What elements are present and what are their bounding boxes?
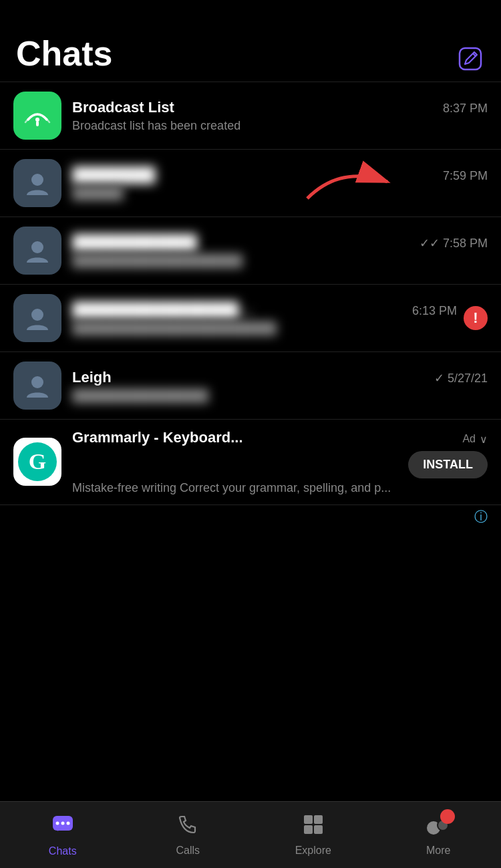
- svg-rect-18: [314, 815, 323, 824]
- red-arrow: [301, 158, 394, 208]
- chat-content-2: ████████████ ✓✓ 7:58 PM ████████████████…: [72, 234, 488, 268]
- chat-name-2: ████████████: [72, 234, 206, 251]
- svg-rect-19: [304, 825, 313, 834]
- nav-label-chats: Chats: [49, 845, 77, 857]
- chat-name-broadcast: Broadcast List: [72, 99, 174, 116]
- svg-rect-17: [304, 815, 313, 824]
- spacer: [0, 529, 501, 569]
- grammarly-logo: G: [18, 442, 57, 481]
- nav-label-more: More: [426, 845, 450, 857]
- ad-info-row: ⓘ: [0, 505, 501, 529]
- header: Chats: [0, 0, 501, 82]
- more-icon: [427, 813, 450, 841]
- chat-row-3[interactable]: ████████████████████ 6:13 PM ███████████…: [0, 285, 501, 352]
- chat-time-swipe: 7:59 PM: [443, 169, 488, 183]
- chat-name-leigh: Leigh: [72, 369, 112, 386]
- avatar-3: [13, 294, 61, 342]
- chat-preview-2: ████████████████████: [72, 254, 273, 268]
- explore-icon: [302, 813, 325, 841]
- chats-icon: [51, 813, 75, 841]
- chat-time-2: ✓✓ 7:58 PM: [420, 236, 488, 251]
- chat-row-leigh[interactable]: Leigh ✓ 5/27/21 ████████████████: [0, 352, 501, 420]
- svg-rect-2: [36, 121, 39, 126]
- avatar-2: [13, 227, 61, 275]
- chat-content-swipe: ████████ 7:59 PM ██████: [72, 166, 488, 200]
- svg-point-11: [31, 309, 43, 321]
- calls-icon: [176, 813, 199, 841]
- page-title: Chats: [16, 33, 112, 74]
- avatar-grammarly: G: [13, 438, 61, 486]
- chat-content-3: ████████████████████ 6:13 PM ███████████…: [72, 301, 457, 335]
- svg-point-8: [31, 174, 43, 186]
- chat-time-broadcast: 8:37 PM: [443, 102, 488, 116]
- swipe-row-content: ████████ 7:59 PM ██████: [0, 150, 501, 216]
- error-badge-3: !: [464, 306, 488, 330]
- nav-item-calls[interactable]: Calls: [126, 813, 251, 857]
- chat-name-3: ████████████████████: [72, 301, 259, 319]
- chat-row-2[interactable]: ████████████ ✓✓ 7:58 PM ████████████████…: [0, 217, 501, 285]
- svg-point-16: [66, 822, 69, 825]
- ad-row-grammarly[interactable]: G Grammarly - Keyboard... Ad ∨ INSTALL M…: [0, 420, 501, 505]
- ad-content-grammarly: Grammarly - Keyboard... Ad ∨ INSTALL Mis…: [72, 429, 488, 495]
- chat-preview-leigh: ████████████████: [72, 389, 232, 403]
- ad-preview-grammarly: Mistake-free writing Correct your gramma…: [72, 481, 488, 495]
- svg-point-14: [55, 822, 59, 825]
- bottom-nav: Chats Calls Explore: [0, 801, 501, 868]
- chat-content-leigh: Leigh ✓ 5/27/21 ████████████████: [72, 369, 488, 403]
- compose-button[interactable]: [456, 44, 485, 74]
- chat-time-3: 6:13 PM: [412, 304, 457, 318]
- avatar-swipe: [13, 159, 61, 207]
- nav-item-chats[interactable]: Chats: [0, 813, 126, 857]
- chat-preview-3: ████████████████████████: [72, 321, 299, 335]
- svg-point-15: [61, 822, 64, 825]
- more-notification-badge: [440, 809, 455, 824]
- chat-content-broadcast: Broadcast List 8:37 PM Broadcast list ha…: [72, 99, 488, 133]
- nav-item-more[interactable]: More: [376, 813, 502, 857]
- install-button[interactable]: INSTALL: [408, 451, 488, 478]
- chat-time-leigh: ✓ 5/27/21: [434, 371, 488, 386]
- chat-preview-swipe: ██████: [72, 186, 206, 200]
- chat-preview-broadcast: Broadcast list has been created: [72, 119, 488, 133]
- svg-rect-20: [314, 825, 323, 834]
- nav-label-calls: Calls: [176, 845, 200, 857]
- ad-text: Ad: [462, 433, 476, 445]
- nav-item-explore[interactable]: Explore: [251, 813, 376, 857]
- ad-badge: Ad ∨: [462, 433, 488, 446]
- chat-name-swipe: ████████: [72, 166, 192, 184]
- svg-rect-0: [460, 48, 481, 69]
- avatar-broadcast: [13, 92, 61, 140]
- chat-row-broadcast[interactable]: Broadcast List 8:37 PM Broadcast list ha…: [0, 82, 501, 150]
- svg-point-10: [31, 241, 43, 253]
- chat-row-swipe[interactable]: Pin Mute Delete ████████: [0, 150, 501, 217]
- ad-right: Ad ∨ INSTALL: [408, 433, 488, 478]
- nav-label-explore: Explore: [295, 845, 331, 857]
- info-icon: ⓘ: [474, 508, 488, 526]
- svg-point-12: [31, 376, 43, 388]
- avatar-leigh: [13, 361, 61, 410]
- ad-chevron-icon: ∨: [480, 433, 488, 446]
- ad-name-grammarly: Grammarly - Keyboard...: [72, 429, 243, 446]
